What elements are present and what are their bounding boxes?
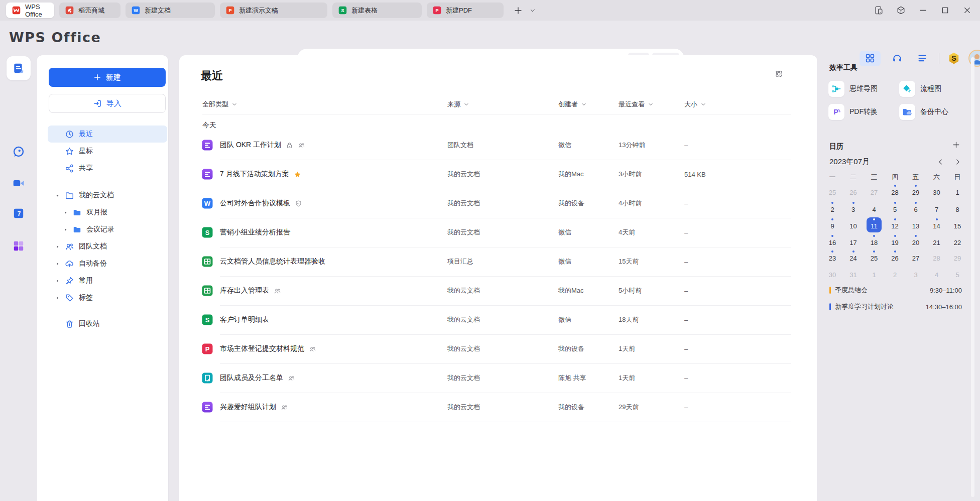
calendar-day[interactable]: 4	[929, 266, 944, 281]
tab-home[interactable]: WPS Office	[6, 3, 54, 18]
scrollbar[interactable]	[971, 57, 974, 497]
calendar-day[interactable]: 12	[888, 217, 903, 232]
filter-size[interactable]: 大小	[684, 100, 706, 109]
calendar-day[interactable]: 2	[825, 201, 840, 216]
calendar-day[interactable]: 5	[888, 201, 903, 216]
file-row[interactable]: 兴趣爱好组队计划我的云文档我的设备29天前–	[179, 393, 817, 422]
tab-document-5[interactable]: P新建PDF	[427, 3, 504, 18]
tab-document-2[interactable]: W新建文档	[126, 3, 215, 18]
sidebar-item-10-trash[interactable]: 回收站	[48, 315, 167, 332]
calendar-day[interactable]: 14	[929, 217, 944, 232]
calendar-day[interactable]: 6	[908, 201, 923, 216]
calendar-day[interactable]: 26	[846, 184, 861, 199]
calendar-day[interactable]: 10	[846, 217, 861, 232]
calendar-day[interactable]: 30	[929, 184, 944, 199]
file-row[interactable]: 团队成员及分工名单我的云文档陈旭 共享1天前–	[179, 363, 817, 393]
file-row[interactable]: P市场主体登记提交材料规范我的云文档我的设备1天前–	[179, 334, 817, 363]
calendar-prev-month-button[interactable]	[937, 158, 945, 166]
tool-mindmap[interactable]: 思维导图	[828, 81, 878, 97]
filter-source[interactable]: 来源	[447, 100, 469, 109]
caret-right-icon[interactable]	[55, 262, 60, 266]
sidebar-item-6-team[interactable]: 团队文档	[48, 238, 167, 255]
tool-pdf-convert[interactable]: PPDF转换	[828, 104, 878, 120]
maximize-button[interactable]	[940, 6, 950, 16]
new-tab-button[interactable]	[512, 4, 525, 17]
calendar-day[interactable]: 16	[825, 234, 840, 249]
calendar-day[interactable]: 8	[950, 201, 965, 216]
caret-down-icon[interactable]	[55, 193, 60, 198]
rail-messages[interactable]	[7, 140, 31, 164]
calendar-day[interactable]: 29	[908, 184, 923, 199]
caret-right-icon[interactable]	[55, 244, 60, 249]
calendar-day[interactable]: 15	[950, 217, 965, 232]
calendar-day[interactable]: 3	[908, 266, 923, 281]
sidebar-item-1-star[interactable]: 星标	[48, 143, 167, 160]
calendar-day[interactable]: 9	[825, 217, 840, 232]
calendar-day[interactable]: 2	[888, 266, 903, 281]
calendar-day[interactable]: 18	[867, 234, 882, 249]
tool-backup-center[interactable]: 备份中心	[899, 104, 948, 120]
sidebar-item-9-tag[interactable]: 标签	[48, 289, 167, 306]
rail-calendar[interactable]: 7	[7, 201, 31, 225]
calendar-next-month-button[interactable]	[954, 158, 962, 166]
filter-all-types[interactable]: 全部类型	[202, 100, 237, 109]
tab-list-chevron-button[interactable]	[528, 6, 538, 16]
calendar-day[interactable]: 26	[888, 249, 903, 265]
minimize-button[interactable]	[918, 6, 928, 16]
workspace-button[interactable]	[896, 6, 906, 16]
calendar-day[interactable]: 7	[929, 201, 944, 216]
close-button[interactable]	[962, 6, 972, 16]
sidebar-item-0-clock[interactable]: 最近	[48, 126, 167, 143]
calendar-day[interactable]: 24	[846, 249, 861, 265]
file-row[interactable]: 7 月线下活动策划方案我的云文档我的Mac3小时前514 KB	[179, 160, 817, 189]
calendar-day[interactable]: 28	[929, 249, 944, 265]
calendar-day[interactable]: 1	[867, 266, 882, 281]
calendar-day[interactable]: 25	[867, 249, 882, 265]
calendar-day[interactable]: 20	[908, 234, 923, 249]
file-row[interactable]: 团队 OKR 工作计划团队文档微信13分钟前–	[179, 131, 817, 160]
calendar-day[interactable]: 3	[846, 201, 861, 216]
filter-creator[interactable]: 创建者	[558, 100, 587, 109]
tab-document-4[interactable]: S新建表格	[332, 3, 422, 18]
rail-documents[interactable]	[7, 56, 31, 80]
rail-apps[interactable]	[7, 234, 31, 258]
calendar-day[interactable]: 21	[929, 234, 944, 249]
sidebar-item-2-share[interactable]: 共享	[48, 160, 167, 177]
calendar-day[interactable]: 4	[867, 201, 882, 216]
calendar-day[interactable]: 13	[908, 217, 923, 232]
calendar-day[interactable]: 5	[950, 266, 965, 281]
file-row[interactable]: W公司对外合作协议模板我的云文档我的设备4小时前–	[179, 189, 817, 218]
calendar-day[interactable]: 19	[888, 234, 903, 249]
device-button[interactable]	[874, 6, 884, 16]
tool-flowchart[interactable]: 流程图	[899, 81, 941, 97]
caret-right-icon[interactable]	[63, 210, 68, 215]
calendar-day[interactable]: 17	[846, 234, 861, 249]
sidebar-item-4-folder[interactable]: 双月报	[48, 204, 167, 221]
calendar-day[interactable]: 27	[867, 184, 882, 199]
calendar-day[interactable]: 23	[825, 249, 840, 265]
file-row[interactable]: S营销小组业绩分析报告我的云文档微信4天前–	[179, 218, 817, 247]
calendar-day[interactable]: 27	[908, 249, 923, 265]
calendar-day[interactable]: 29	[950, 249, 965, 265]
file-row[interactable]: S客户订单明细表我的云文档微信18天前–	[179, 305, 817, 334]
sidebar-item-5-folder[interactable]: 会议记录	[48, 221, 167, 238]
import-button[interactable]: 导入	[49, 94, 166, 113]
tab-document-1[interactable]: 稻壳商城	[59, 3, 120, 18]
calendar-day-selected[interactable]: 11	[867, 217, 882, 232]
caret-right-icon[interactable]	[55, 279, 60, 283]
calendar-day[interactable]: 31	[846, 266, 861, 281]
file-row[interactable]: 云文档管人员信息统计表理器验收项目汇总微信15天前–	[179, 247, 817, 276]
caret-right-icon[interactable]	[55, 296, 60, 300]
file-row[interactable]: 库存出入管理表我的云文档我的Mac5小时前–	[179, 276, 817, 305]
calendar-day[interactable]: 28	[888, 184, 903, 199]
calendar-add-event-button[interactable]	[952, 141, 960, 149]
calendar-day[interactable]: 22	[950, 234, 965, 249]
calendar-day[interactable]: 1	[950, 184, 965, 199]
calendar-event[interactable]: 季度总结会9:30–11:00	[829, 286, 962, 295]
filter-last-viewed[interactable]: 最近查看	[619, 100, 654, 109]
calendar-event[interactable]: 新季度学习计划讨论14:30–16:00	[829, 302, 962, 311]
caret-right-icon[interactable]	[63, 227, 68, 232]
new-document-button[interactable]: 新建	[49, 68, 166, 87]
sidebar-item-7-cloud-backup[interactable]: 自动备份	[48, 255, 167, 272]
sidebar-item-8-pin[interactable]: 常用	[48, 272, 167, 289]
